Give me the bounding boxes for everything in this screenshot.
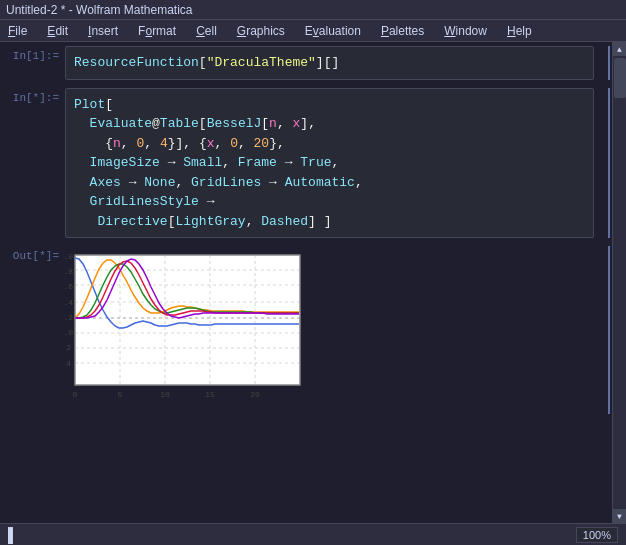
- svg-text:0: 0: [73, 390, 78, 399]
- code-line-7: Directive[LightGray, Dashed] ]: [74, 212, 585, 232]
- zoom-box[interactable]: 100%: [576, 527, 618, 543]
- cell-1-bracket: [602, 46, 610, 80]
- menu-insert[interactable]: Insert: [84, 23, 122, 39]
- svg-text:15: 15: [205, 390, 215, 399]
- cell-2-label: In[*]:=: [0, 84, 65, 104]
- notebook[interactable]: In[1]:= ResourceFunction["DraculaTheme"]…: [0, 42, 612, 523]
- scroll-track: [613, 56, 626, 509]
- menu-edit[interactable]: Edit: [43, 23, 72, 39]
- main-area: In[1]:= ResourceFunction["DraculaTheme"]…: [0, 42, 626, 523]
- title-bar: Untitled-2 * - Wolfram Mathematica: [0, 0, 626, 20]
- cell-3-label: Out[*]=: [0, 242, 65, 262]
- menu-cell[interactable]: Cell: [192, 23, 221, 39]
- scrollbar[interactable]: ▲ ▼: [612, 42, 626, 523]
- menu-file[interactable]: File: [4, 23, 31, 39]
- status-cursor-icon: ▌: [8, 527, 18, 543]
- code-line-2: Evaluate@Table[BesselJ[n, x],: [74, 114, 585, 134]
- svg-text:5: 5: [118, 390, 123, 399]
- menu-evaluation[interactable]: Evaluation: [301, 23, 365, 39]
- menu-bar: File Edit Insert Format Cell Graphics Ev…: [0, 20, 626, 42]
- plot-container: 1.0 0.8 0.6 0.4 0.2 0.0 -0.2 -0.4 0 5 10…: [65, 246, 594, 414]
- menu-window[interactable]: Window: [440, 23, 491, 39]
- code-line-3: {n, 0, 4}], {x, 0, 20},: [74, 134, 585, 154]
- scroll-thumb[interactable]: [614, 58, 626, 98]
- svg-text:0.8: 0.8: [65, 267, 73, 276]
- code-line-5: Axes → None, GridLines → Automatic,: [74, 173, 585, 193]
- menu-graphics[interactable]: Graphics: [233, 23, 289, 39]
- cell-3-bracket: [602, 246, 610, 414]
- menu-palettes[interactable]: Palettes: [377, 23, 428, 39]
- svg-text:1.0: 1.0: [65, 252, 73, 261]
- cell-2: In[*]:= Plot[ Evaluate@Table[BesselJ[n, …: [0, 84, 612, 243]
- cell-3: Out[*]=: [0, 242, 612, 418]
- cell-2-bracket: [602, 88, 610, 239]
- svg-text:0.4: 0.4: [65, 298, 73, 307]
- cell-1-code: ResourceFunction["DraculaTheme"][]: [74, 53, 585, 73]
- code-line-4: ImageSize → Small, Frame → True,: [74, 153, 585, 173]
- menu-help[interactable]: Help: [503, 23, 536, 39]
- svg-text:0.0: 0.0: [65, 328, 73, 337]
- scroll-up-button[interactable]: ▲: [613, 42, 627, 56]
- menu-format[interactable]: Format: [134, 23, 180, 39]
- code-line-6: GridLinesStyle →: [74, 192, 585, 212]
- svg-text:0.2: 0.2: [65, 313, 73, 322]
- svg-text:10: 10: [160, 390, 170, 399]
- code-line-1: Plot[: [74, 95, 585, 115]
- cell-1-content[interactable]: ResourceFunction["DraculaTheme"][]: [65, 46, 594, 80]
- plot-svg: 1.0 0.8 0.6 0.4 0.2 0.0 -0.2 -0.4 0 5 10…: [65, 250, 310, 410]
- status-bar: ▌ 100%: [0, 523, 626, 545]
- title-text: Untitled-2 * - Wolfram Mathematica: [6, 3, 193, 17]
- cell-2-content[interactable]: Plot[ Evaluate@Table[BesselJ[n, x], {n, …: [65, 88, 594, 239]
- svg-text:20: 20: [250, 390, 260, 399]
- cell-1-label: In[1]:=: [0, 42, 65, 62]
- scroll-down-button[interactable]: ▼: [613, 509, 627, 523]
- svg-text:0.6: 0.6: [65, 282, 73, 291]
- cell-1: In[1]:= ResourceFunction["DraculaTheme"]…: [0, 42, 612, 84]
- svg-text:-0.4: -0.4: [65, 359, 71, 368]
- svg-text:-0.2: -0.2: [65, 343, 71, 352]
